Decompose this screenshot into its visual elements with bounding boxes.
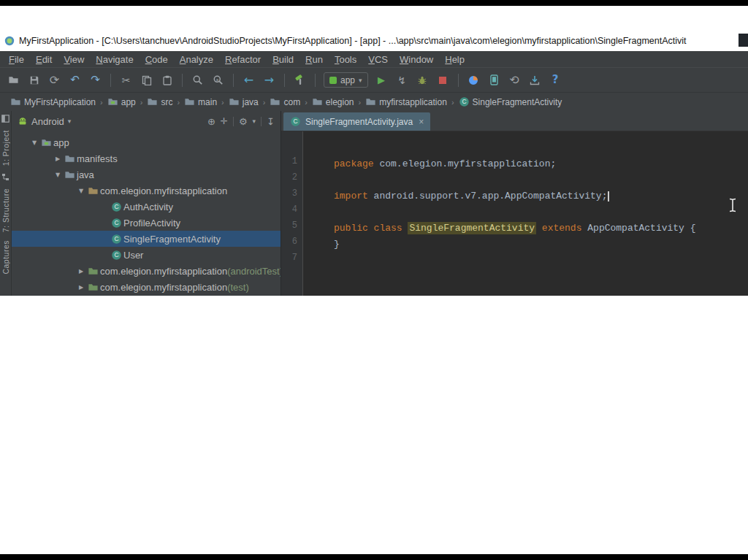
header-separator bbox=[261, 117, 262, 126]
tree-row-com-elegion-myfirstapplication-androidtest[interactable]: ▶com.elegion.myfirstapplication (android… bbox=[12, 263, 280, 279]
project-view-selector[interactable]: Android bbox=[31, 116, 64, 127]
sync-icon[interactable]: ⟳ bbox=[45, 71, 64, 89]
svg-text:C: C bbox=[114, 203, 118, 210]
collapsed-arrow-icon[interactable]: ▶ bbox=[76, 268, 86, 275]
build-icon[interactable] bbox=[291, 71, 309, 89]
help-icon[interactable]: ? bbox=[546, 71, 565, 89]
gear-icon[interactable]: ⚙ bbox=[239, 117, 248, 126]
line-number: 7 bbox=[281, 253, 297, 269]
code-editor[interactable]: 1234567 package com.elegion.myfirstappli… bbox=[281, 131, 748, 296]
breadcrumb-myfirstapplication[interactable]: myfirstapplication bbox=[365, 96, 447, 107]
run-config-selector[interactable]: app▾ bbox=[324, 72, 368, 88]
menu-build[interactable]: Build bbox=[267, 54, 299, 65]
breadcrumb-src[interactable]: src bbox=[147, 96, 172, 107]
menu-window[interactable]: Window bbox=[394, 54, 439, 65]
module-icon bbox=[39, 137, 53, 148]
class-icon: C bbox=[290, 116, 301, 127]
stop-icon[interactable] bbox=[434, 71, 452, 89]
profiler-icon[interactable] bbox=[465, 71, 483, 89]
menu-tools[interactable]: Tools bbox=[329, 54, 362, 65]
collapse-all-icon[interactable]: ↧ bbox=[267, 117, 275, 126]
back-icon[interactable]: ← bbox=[240, 71, 258, 89]
breadcrumb-singlefragmentactivity[interactable]: CSingleFragmentActivity bbox=[459, 96, 562, 107]
breadcrumb-myfirstapplication[interactable]: MyFirstApplication bbox=[10, 96, 96, 107]
expanded-arrow-icon[interactable]: ▼ bbox=[29, 139, 39, 146]
tree-row-app[interactable]: ▼app bbox=[12, 134, 280, 150]
menu-help[interactable]: Help bbox=[439, 54, 470, 65]
svg-text:C: C bbox=[114, 219, 118, 226]
tree-row-authactivity[interactable]: CAuthActivity bbox=[12, 199, 280, 215]
breadcrumb-main[interactable]: main bbox=[184, 96, 217, 107]
chevron-down-icon: ▾ bbox=[253, 118, 256, 125]
close-icon[interactable]: × bbox=[419, 117, 424, 127]
menu-analyze[interactable]: Analyze bbox=[174, 54, 219, 65]
breadcrumb-app[interactable]: app bbox=[107, 96, 136, 107]
menu-vcs[interactable]: VCS bbox=[362, 54, 394, 65]
code-segment: com.elegion.myfirstapplication; bbox=[379, 158, 556, 169]
save-icon[interactable] bbox=[25, 71, 43, 89]
menu-run[interactable]: Run bbox=[299, 54, 329, 65]
breadcrumb-separator: › bbox=[100, 98, 103, 107]
tree-row-com-elegion-myfirstapplication-test[interactable]: ▶com.elegion.myfirstapplication (test) bbox=[12, 279, 280, 295]
collapsed-arrow-icon[interactable]: ▶ bbox=[53, 156, 63, 162]
menu-code[interactable]: Code bbox=[140, 54, 174, 65]
filter-icon[interactable]: ⊕ bbox=[207, 117, 215, 126]
menu-file[interactable]: File bbox=[3, 54, 30, 65]
class-icon: C bbox=[110, 234, 123, 245]
menu-view[interactable]: View bbox=[58, 54, 90, 65]
line-number: 6 bbox=[281, 237, 297, 253]
line-number: 4 bbox=[281, 204, 297, 220]
window-title: MyFirstApplication - [C:\Users\tanchuev\… bbox=[19, 36, 687, 46]
debug-icon[interactable] bbox=[413, 71, 432, 89]
class-icon: C bbox=[110, 202, 123, 212]
open-icon[interactable] bbox=[4, 71, 23, 89]
copy-icon[interactable] bbox=[137, 71, 156, 89]
expanded-arrow-icon[interactable]: ▼ bbox=[53, 172, 63, 178]
code-segment: SingleFragmentActivity bbox=[408, 222, 536, 234]
tree-row-java[interactable]: ▼java bbox=[12, 166, 280, 183]
breadcrumb-elegion[interactable]: elegion bbox=[312, 96, 354, 107]
editor-tab-bar: C SingleFragmentActivity.java × bbox=[281, 111, 748, 131]
breadcrumb-com[interactable]: com bbox=[270, 96, 300, 107]
header-separator bbox=[233, 117, 234, 126]
sdk-manager-icon[interactable] bbox=[526, 71, 544, 89]
breadcrumb-label: app bbox=[121, 97, 136, 107]
tree-item-suffix: (androidTest) bbox=[227, 266, 280, 277]
sync-gradle-icon[interactable]: ⟲ bbox=[505, 71, 524, 89]
tool-window-button-1-project[interactable]: 1: Project bbox=[1, 130, 10, 166]
replace-icon[interactable]: a bbox=[209, 71, 227, 89]
menu-refactor[interactable]: Refactor bbox=[219, 54, 267, 65]
tree-row-manifests[interactable]: ▶manifests bbox=[12, 150, 280, 166]
expanded-arrow-icon[interactable]: ▼ bbox=[76, 188, 86, 194]
tree-row-com-elegion-myfirstapplication[interactable]: ▼com.elegion.myfirstapplication bbox=[12, 183, 280, 199]
breadcrumb-java[interactable]: java bbox=[229, 96, 259, 107]
avd-manager-icon[interactable] bbox=[485, 71, 503, 89]
tool-window-button-7-structure[interactable]: 7: Structure bbox=[1, 188, 10, 232]
find-icon[interactable] bbox=[188, 71, 207, 89]
run-icon[interactable]: ▶ bbox=[373, 71, 391, 89]
tree-row-singlefragmentactivity[interactable]: CSingleFragmentActivity bbox=[12, 231, 280, 247]
forward-icon[interactable]: → bbox=[260, 71, 278, 89]
cut-icon[interactable]: ✂ bbox=[117, 71, 135, 89]
redo-icon[interactable]: ↷ bbox=[86, 71, 104, 89]
editor-tab-singlefragmentactivity[interactable]: C SingleFragmentActivity.java × bbox=[283, 112, 430, 131]
project-tool-icon[interactable] bbox=[1, 115, 9, 123]
undo-icon[interactable]: ↶ bbox=[66, 71, 84, 89]
android-view-icon bbox=[18, 116, 28, 126]
code-content[interactable]: package com.elegion.myfirstapplication;i… bbox=[303, 131, 748, 296]
structure-tool-icon[interactable] bbox=[1, 173, 9, 181]
window-titlebar: MyFirstApplication - [C:\Users\tanchuev\… bbox=[0, 6, 748, 51]
tree-row-user[interactable]: CUser bbox=[12, 247, 280, 263]
titlebar-row: MyFirstApplication - [C:\Users\tanchuev\… bbox=[4, 34, 738, 48]
line-number-gutter[interactable]: 1234567 bbox=[281, 131, 303, 296]
attach-icon[interactable]: ↯ bbox=[393, 71, 411, 89]
menu-navigate[interactable]: Navigate bbox=[90, 54, 139, 65]
svg-text:C: C bbox=[114, 235, 118, 242]
breadcrumb-label: MyFirstApplication bbox=[24, 97, 96, 107]
tool-window-button-captures[interactable]: Captures bbox=[1, 240, 10, 275]
menu-edit[interactable]: Edit bbox=[30, 54, 58, 65]
tree-row-profileactivity[interactable]: CProfileActivity bbox=[12, 215, 280, 231]
paste-icon[interactable] bbox=[158, 71, 176, 89]
locate-icon[interactable]: ✛ bbox=[221, 117, 228, 126]
collapsed-arrow-icon[interactable]: ▶ bbox=[76, 284, 86, 291]
